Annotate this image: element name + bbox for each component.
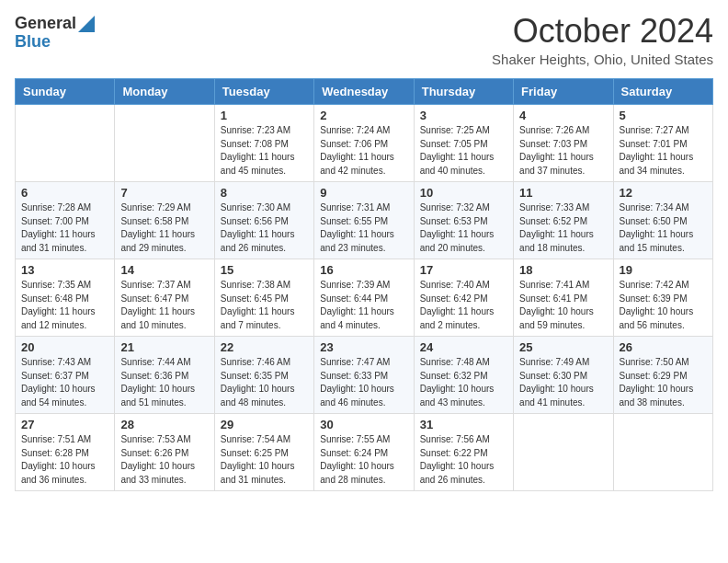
calendar-cell: 26Sunrise: 7:50 AM Sunset: 6:29 PM Dayli…: [613, 337, 712, 414]
calendar-cell: 1Sunrise: 7:23 AM Sunset: 7:08 PM Daylig…: [214, 105, 313, 182]
day-info: Sunrise: 7:51 AM Sunset: 6:28 PM Dayligh…: [21, 433, 108, 487]
day-info: Sunrise: 7:48 AM Sunset: 6:32 PM Dayligh…: [420, 356, 507, 409]
day-info: Sunrise: 7:39 AM Sunset: 6:44 PM Dayligh…: [320, 279, 407, 332]
day-number: 30: [320, 418, 407, 431]
month-title: October 2024: [492, 15, 713, 48]
day-info: Sunrise: 7:34 AM Sunset: 6:50 PM Dayligh…: [620, 201, 707, 255]
calendar-cell: 14Sunrise: 7:37 AM Sunset: 6:47 PM Dayli…: [115, 259, 214, 337]
calendar-cell: 21Sunrise: 7:44 AM Sunset: 6:36 PM Dayli…: [115, 337, 214, 414]
calendar-table: SundayMondayTuesdayWednesdayThursdayFrid…: [15, 78, 713, 491]
day-info: Sunrise: 7:41 AM Sunset: 6:41 PM Dayligh…: [519, 279, 607, 332]
day-number: 21: [120, 340, 208, 354]
calendar-cell: 13Sunrise: 7:35 AM Sunset: 6:48 PM Dayli…: [16, 259, 115, 337]
calendar-cell: 10Sunrise: 7:32 AM Sunset: 6:53 PM Dayli…: [414, 182, 513, 259]
day-info: Sunrise: 7:24 AM Sunset: 7:06 PM Dayligh…: [320, 124, 407, 178]
day-number: 1: [221, 109, 308, 122]
day-info: Sunrise: 7:30 AM Sunset: 6:56 PM Dayligh…: [221, 201, 308, 255]
day-number: 27: [21, 418, 108, 431]
day-number: 22: [221, 340, 308, 354]
calendar-cell: 27Sunrise: 7:51 AM Sunset: 6:28 PM Dayli…: [16, 414, 115, 491]
day-info: Sunrise: 7:37 AM Sunset: 6:47 PM Dayligh…: [120, 279, 208, 332]
day-info: Sunrise: 7:40 AM Sunset: 6:42 PM Dayligh…: [420, 279, 507, 332]
day-number: 20: [21, 340, 108, 354]
calendar-cell: [16, 105, 115, 182]
day-number: 13: [21, 263, 108, 277]
calendar-cell: 3Sunrise: 7:25 AM Sunset: 7:05 PM Daylig…: [414, 105, 513, 182]
day-info: Sunrise: 7:46 AM Sunset: 6:35 PM Dayligh…: [221, 356, 308, 409]
day-number: 10: [420, 186, 507, 200]
calendar-cell: 11Sunrise: 7:33 AM Sunset: 6:52 PM Dayli…: [514, 182, 613, 259]
day-info: Sunrise: 7:31 AM Sunset: 6:55 PM Dayligh…: [320, 201, 407, 255]
day-info: Sunrise: 7:35 AM Sunset: 6:48 PM Dayligh…: [21, 279, 108, 332]
day-info: Sunrise: 7:33 AM Sunset: 6:52 PM Dayligh…: [519, 201, 607, 255]
calendar-cell: 24Sunrise: 7:48 AM Sunset: 6:32 PM Dayli…: [414, 337, 513, 414]
calendar-cell: 18Sunrise: 7:41 AM Sunset: 6:41 PM Dayli…: [514, 259, 613, 337]
day-number: 31: [420, 418, 507, 431]
day-number: 15: [221, 263, 308, 277]
day-number: 3: [420, 109, 507, 122]
day-info: Sunrise: 7:50 AM Sunset: 6:29 PM Dayligh…: [620, 356, 707, 409]
calendar-day-header: Wednesday: [314, 79, 414, 105]
calendar-cell: 23Sunrise: 7:47 AM Sunset: 6:33 PM Dayli…: [314, 337, 414, 414]
calendar-cell: [514, 414, 613, 491]
day-number: 17: [420, 263, 507, 277]
title-section: October 2024 Shaker Heights, Ohio, Unite…: [492, 15, 713, 67]
day-number: 9: [320, 186, 407, 200]
day-number: 29: [221, 418, 308, 431]
day-info: Sunrise: 7:49 AM Sunset: 6:30 PM Dayligh…: [519, 356, 607, 409]
day-number: 12: [620, 186, 707, 200]
day-info: Sunrise: 7:53 AM Sunset: 6:26 PM Dayligh…: [120, 433, 208, 487]
day-number: 26: [620, 340, 707, 354]
calendar-cell: 22Sunrise: 7:46 AM Sunset: 6:35 PM Dayli…: [214, 337, 313, 414]
calendar-header-row: SundayMondayTuesdayWednesdayThursdayFrid…: [16, 79, 713, 105]
calendar-cell: 28Sunrise: 7:53 AM Sunset: 6:26 PM Dayli…: [115, 414, 214, 491]
calendar-week-row: 20Sunrise: 7:43 AM Sunset: 6:37 PM Dayli…: [16, 337, 713, 414]
calendar-cell: [115, 105, 214, 182]
calendar-day-header: Monday: [115, 79, 214, 105]
calendar-week-row: 27Sunrise: 7:51 AM Sunset: 6:28 PM Dayli…: [16, 414, 713, 491]
calendar-day-header: Friday: [514, 79, 613, 105]
day-number: 18: [519, 263, 607, 277]
day-number: 23: [320, 340, 407, 354]
day-info: Sunrise: 7:54 AM Sunset: 6:25 PM Dayligh…: [221, 433, 308, 487]
calendar-cell: 25Sunrise: 7:49 AM Sunset: 6:30 PM Dayli…: [514, 337, 613, 414]
day-info: Sunrise: 7:42 AM Sunset: 6:39 PM Dayligh…: [620, 279, 707, 332]
day-info: Sunrise: 7:44 AM Sunset: 6:36 PM Dayligh…: [120, 356, 208, 409]
calendar-cell: 17Sunrise: 7:40 AM Sunset: 6:42 PM Dayli…: [414, 259, 513, 337]
calendar-cell: 9Sunrise: 7:31 AM Sunset: 6:55 PM Daylig…: [314, 182, 414, 259]
day-number: 16: [320, 263, 407, 277]
calendar-day-header: Saturday: [613, 79, 712, 105]
day-number: 5: [620, 109, 707, 122]
day-number: 8: [221, 186, 308, 200]
day-number: 25: [519, 340, 607, 354]
day-number: 7: [120, 186, 208, 200]
logo-blue-text: Blue: [15, 33, 51, 52]
day-number: 11: [519, 186, 607, 200]
day-number: 6: [21, 186, 108, 200]
svg-marker-0: [78, 16, 95, 32]
calendar-week-row: 1Sunrise: 7:23 AM Sunset: 7:08 PM Daylig…: [16, 105, 713, 182]
day-info: Sunrise: 7:28 AM Sunset: 7:00 PM Dayligh…: [21, 201, 108, 255]
day-info: Sunrise: 7:56 AM Sunset: 6:22 PM Dayligh…: [420, 433, 507, 487]
day-number: 19: [620, 263, 707, 277]
calendar-cell: [613, 414, 712, 491]
calendar-cell: 19Sunrise: 7:42 AM Sunset: 6:39 PM Dayli…: [613, 259, 712, 337]
page-header: General Blue October 2024 Shaker Heights…: [15, 15, 713, 67]
logo-general-text: General: [15, 15, 76, 33]
calendar-cell: 4Sunrise: 7:26 AM Sunset: 7:03 PM Daylig…: [514, 105, 613, 182]
calendar-cell: 5Sunrise: 7:27 AM Sunset: 7:01 PM Daylig…: [613, 105, 712, 182]
calendar-cell: 6Sunrise: 7:28 AM Sunset: 7:00 PM Daylig…: [16, 182, 115, 259]
day-info: Sunrise: 7:23 AM Sunset: 7:08 PM Dayligh…: [221, 124, 308, 178]
calendar-cell: 12Sunrise: 7:34 AM Sunset: 6:50 PM Dayli…: [613, 182, 712, 259]
day-info: Sunrise: 7:43 AM Sunset: 6:37 PM Dayligh…: [21, 356, 108, 409]
calendar-day-header: Thursday: [414, 79, 513, 105]
logo: General Blue: [15, 15, 95, 52]
day-number: 24: [420, 340, 507, 354]
day-number: 14: [120, 263, 208, 277]
calendar-cell: 7Sunrise: 7:29 AM Sunset: 6:58 PM Daylig…: [115, 182, 214, 259]
day-number: 4: [519, 109, 607, 122]
calendar-day-header: Sunday: [16, 79, 115, 105]
day-info: Sunrise: 7:26 AM Sunset: 7:03 PM Dayligh…: [519, 124, 607, 178]
calendar-cell: 30Sunrise: 7:55 AM Sunset: 6:24 PM Dayli…: [314, 414, 414, 491]
calendar-week-row: 6Sunrise: 7:28 AM Sunset: 7:00 PM Daylig…: [16, 182, 713, 259]
